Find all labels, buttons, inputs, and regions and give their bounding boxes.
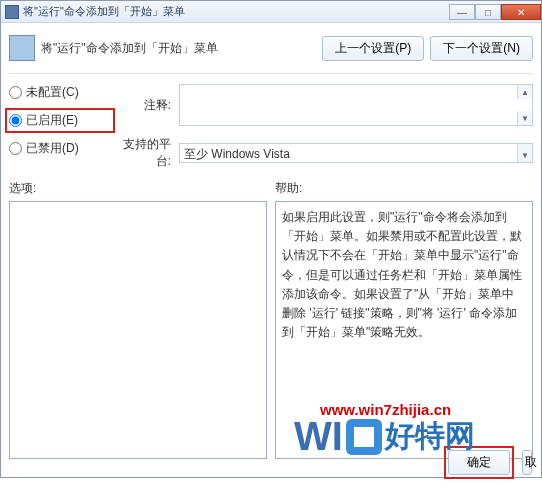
watermark-logo: WI 好特网 bbox=[294, 414, 475, 459]
policy-icon bbox=[9, 35, 35, 61]
platform-label: 支持的平台: bbox=[115, 136, 171, 170]
help-text: 如果启用此设置，则"运行"命令将会添加到「开始」菜单。如果禁用或不配置此设置，默… bbox=[282, 210, 522, 339]
maximize-button[interactable]: □ bbox=[475, 4, 501, 20]
radio-disabled-input[interactable] bbox=[9, 142, 22, 155]
scroll-down-icon[interactable]: ▼ bbox=[517, 111, 532, 125]
watermark-icon bbox=[346, 419, 382, 455]
radio-not-configured[interactable]: 未配置(C) bbox=[9, 84, 115, 101]
platform-value: 至少 Windows Vista bbox=[184, 147, 290, 161]
radio-enabled-label: 已启用(E) bbox=[26, 112, 78, 129]
cancel-button-partial[interactable]: 取 bbox=[522, 450, 532, 475]
comment-textarea[interactable]: ▲ ▼ bbox=[179, 84, 533, 126]
scroll-up-icon[interactable]: ▲ bbox=[517, 85, 532, 99]
comment-label: 注释: bbox=[115, 97, 171, 114]
help-label: 帮助: bbox=[275, 180, 533, 197]
radio-disabled-label: 已禁用(D) bbox=[26, 140, 79, 157]
next-setting-button[interactable]: 下一个设置(N) bbox=[430, 36, 533, 61]
radio-enabled-input[interactable] bbox=[9, 114, 22, 127]
scroll-down-icon[interactable]: ▼ bbox=[517, 148, 532, 162]
minimize-button[interactable]: — bbox=[449, 4, 475, 20]
window-title: 将"运行"命令添加到「开始」菜单 bbox=[23, 4, 185, 19]
page-title: 将"运行"命令添加到「开始」菜单 bbox=[41, 40, 322, 57]
app-icon bbox=[5, 5, 19, 19]
radio-not-configured-input[interactable] bbox=[9, 86, 22, 99]
radio-disabled[interactable]: 已禁用(D) bbox=[9, 140, 115, 157]
prev-setting-button[interactable]: 上一个设置(P) bbox=[322, 36, 424, 61]
radio-not-configured-label: 未配置(C) bbox=[26, 84, 79, 101]
titlebar: 将"运行"命令添加到「开始」菜单 — □ ✕ bbox=[1, 1, 541, 23]
radio-enabled[interactable]: 已启用(E) bbox=[9, 112, 111, 129]
platform-field: 至少 Windows Vista ▲ ▼ bbox=[179, 143, 533, 163]
options-label: 选项: bbox=[9, 180, 267, 197]
close-button[interactable]: ✕ bbox=[501, 4, 541, 20]
options-pane bbox=[9, 201, 267, 459]
